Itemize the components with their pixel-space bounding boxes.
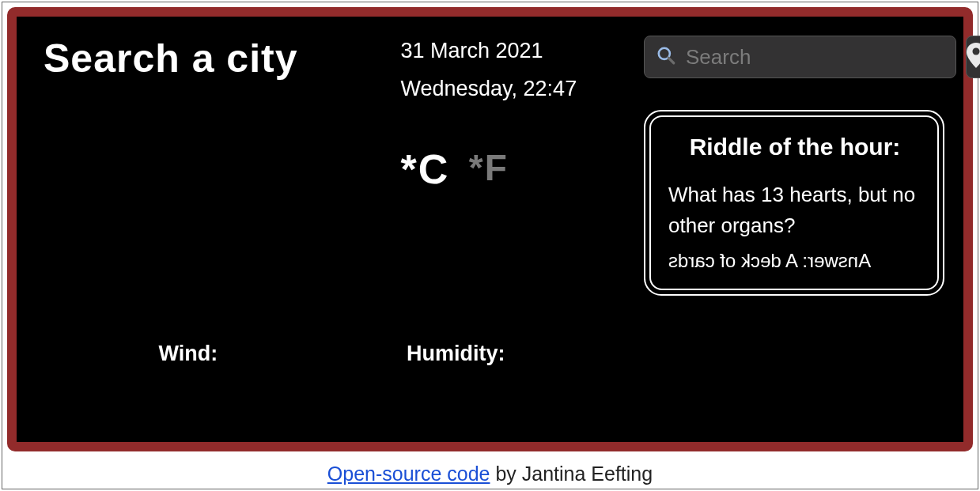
page-title: Search a city bbox=[44, 36, 392, 81]
open-source-link[interactable]: Open-source code bbox=[327, 463, 490, 485]
geolocate-button[interactable] bbox=[966, 36, 980, 78]
day-time-text: Wednesday, 22:47 bbox=[400, 74, 641, 103]
search-row bbox=[644, 36, 944, 78]
search-icon bbox=[656, 45, 676, 69]
svg-line-1 bbox=[668, 58, 674, 63]
search-input[interactable] bbox=[684, 44, 944, 70]
center-column: 31 March 2021 Wednesday, 22:47 *C *F bbox=[400, 17, 641, 442]
svg-point-2 bbox=[973, 48, 980, 55]
footer: Open-source code by Jantina Eefting bbox=[2, 456, 978, 489]
left-column: Search a city bbox=[17, 17, 400, 442]
celsius-button[interactable]: *C bbox=[400, 146, 449, 192]
stats-row: Wind: Humidity: bbox=[64, 342, 600, 366]
riddle-answer: Answer: A deck of cards bbox=[668, 247, 921, 274]
riddle-question: What has 13 hearts, but no other organs? bbox=[668, 179, 921, 241]
riddle-title: Riddle of the hour: bbox=[668, 131, 921, 162]
fahrenheit-button[interactable]: *F bbox=[469, 147, 509, 188]
footer-author: by Jantina Eefting bbox=[490, 463, 653, 485]
wind-label: Wind: bbox=[158, 342, 218, 366]
humidity-label: Humidity: bbox=[407, 342, 505, 366]
riddle-panel: Riddle of the hour: What has 13 hearts, … bbox=[644, 110, 944, 296]
location-pin-icon bbox=[967, 43, 980, 71]
riddle-inner: Riddle of the hour: What has 13 hearts, … bbox=[649, 115, 939, 290]
unit-toggle: *C *F bbox=[400, 145, 641, 193]
app-window: Search a city 31 March 2021 Wednesday, 2… bbox=[2, 2, 978, 489]
weather-card: Search a city 31 March 2021 Wednesday, 2… bbox=[7, 7, 973, 451]
right-column: Riddle of the hour: What has 13 hearts, … bbox=[641, 17, 963, 442]
search-box[interactable] bbox=[644, 36, 956, 78]
date-text: 31 March 2021 bbox=[400, 39, 641, 63]
